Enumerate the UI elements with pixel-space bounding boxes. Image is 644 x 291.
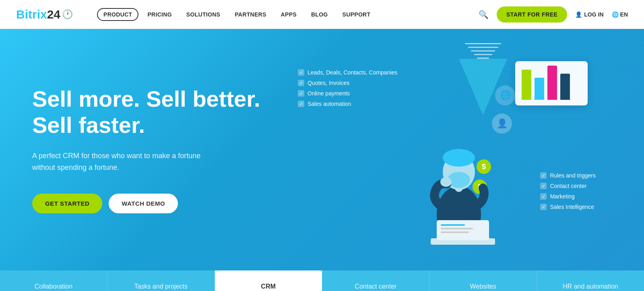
crm-features-bottom: ✓Rules and triggers✓Contact center✓Marke…	[540, 172, 596, 214]
user-icon: 👤	[575, 11, 582, 18]
check-icon: ✓	[298, 90, 304, 97]
chart-bar-cyan	[535, 78, 544, 100]
lang-label: EN	[620, 11, 628, 18]
login-label: LOG IN	[584, 11, 603, 18]
search-button[interactable]: 🔍	[479, 10, 489, 19]
funnel-line-4	[474, 54, 492, 55]
crm-feature-bottom: ✓Marketing	[540, 193, 596, 200]
funnel-line-2	[468, 47, 498, 48]
check-icon: ✓	[298, 69, 304, 76]
svg-rect-7	[437, 220, 489, 240]
bottom-tab-websites[interactable]: Websites	[429, 270, 537, 291]
funnel-line-3	[471, 50, 495, 52]
check-icon: ✓	[540, 172, 547, 179]
start-for-free-button[interactable]: START FOR FREE	[497, 6, 567, 23]
svg-point-3	[443, 149, 475, 167]
bottom-tab-contact-center[interactable]: Contact center	[322, 270, 429, 291]
hero-left: Sell more. Sell better. Sell faster. A p…	[32, 86, 282, 213]
bottom-tab-crm[interactable]: CRM	[215, 270, 322, 291]
crm-feature-top: ✓Online payments	[298, 90, 397, 97]
get-started-button[interactable]: GET STARTED	[32, 194, 102, 213]
hero-buttons: GET STARTED WATCH DEMO	[32, 194, 282, 213]
bottom-tabs: CollaborationTasks and projectsCRMContac…	[0, 270, 644, 291]
main-nav: PRODUCTPRICINGSOLUTIONSPARTNERSAPPSBLOGS…	[97, 8, 479, 21]
check-icon: ✓	[298, 101, 304, 107]
check-icon: ✓	[540, 204, 547, 210]
chart-box	[515, 61, 588, 105]
svg-rect-10	[441, 231, 469, 233]
crm-feature-top: ✓Quotes, Invoices	[298, 80, 397, 86]
nav-item-apps[interactable]: APPS	[275, 9, 302, 20]
hero-section: Sell more. Sell better. Sell faster. A p…	[0, 29, 644, 270]
globe-icon: 🌐	[612, 11, 619, 18]
hero-title: Sell more. Sell better. Sell faster.	[32, 86, 282, 138]
header-right: 🔍 START FOR FREE 👤 LOG IN 🌐 EN	[479, 6, 628, 23]
watch-demo-button[interactable]: WATCH DEMO	[109, 194, 178, 213]
svg-point-5	[440, 177, 452, 187]
svg-rect-8	[441, 224, 465, 226]
crm-feature-bottom: ✓Rules and triggers	[540, 172, 596, 179]
crm-feature-top: ✓Leads, Deals, Contacts, Companies	[298, 69, 397, 76]
crm-features-top: ✓Leads, Deals, Contacts, Companies✓Quote…	[298, 69, 397, 111]
chart-bar-dark	[560, 74, 570, 100]
logo-text-bitrix: Bitrix	[16, 8, 47, 21]
crm-feature-bottom: ✓Contact center	[540, 183, 596, 189]
funnel-decoration	[459, 93, 507, 115]
header: Bitrix 24 🕐 PRODUCTPRICINGSOLUTIONSPARTN…	[0, 0, 644, 29]
check-icon: ✓	[540, 193, 547, 200]
nav-item-support[interactable]: SUPPORT	[337, 9, 376, 20]
bottom-tab-collaboration[interactable]: Collaboration	[0, 270, 107, 291]
check-icon: ✓	[298, 80, 304, 86]
logo-clock-icon: 🕐	[62, 9, 73, 20]
bottom-tab-tasks-and-projects[interactable]: Tasks and projects	[107, 270, 215, 291]
funnel-line-1	[465, 43, 501, 44]
login-link[interactable]: 👤 LOG IN	[575, 11, 603, 18]
nav-item-pricing[interactable]: PRICING	[142, 9, 177, 20]
hero-subtitle: A perfect CRM for those who want to make…	[32, 150, 225, 173]
funnel-shape	[459, 59, 507, 115]
hero-right: ✓Leads, Deals, Contacts, Companies✓Quote…	[282, 53, 612, 246]
nav-item-partners[interactable]: PARTNERS	[229, 9, 272, 20]
funnel-lines	[465, 39, 501, 59]
crm-feature-bottom: ✓Sales Intelligence	[540, 204, 596, 210]
nav-item-solutions[interactable]: SOLUTIONS	[181, 9, 226, 20]
bottom-tab-hr-and-automation[interactable]: HR and automation	[537, 270, 644, 291]
logo-text-24: 24	[47, 8, 60, 21]
language-selector[interactable]: 🌐 EN	[612, 11, 628, 18]
nav-item-product[interactable]: PRODUCT	[97, 8, 138, 21]
person-illustration	[419, 118, 499, 246]
chart-bar-pink	[547, 66, 557, 100]
crm-feature-top: ✓Sales automation	[298, 101, 397, 107]
chart-bar-green	[522, 70, 531, 100]
svg-rect-9	[441, 228, 473, 229]
nav-item-blog[interactable]: BLOG	[305, 9, 334, 20]
check-icon: ✓	[540, 183, 547, 189]
logo[interactable]: Bitrix 24 🕐	[16, 8, 73, 21]
